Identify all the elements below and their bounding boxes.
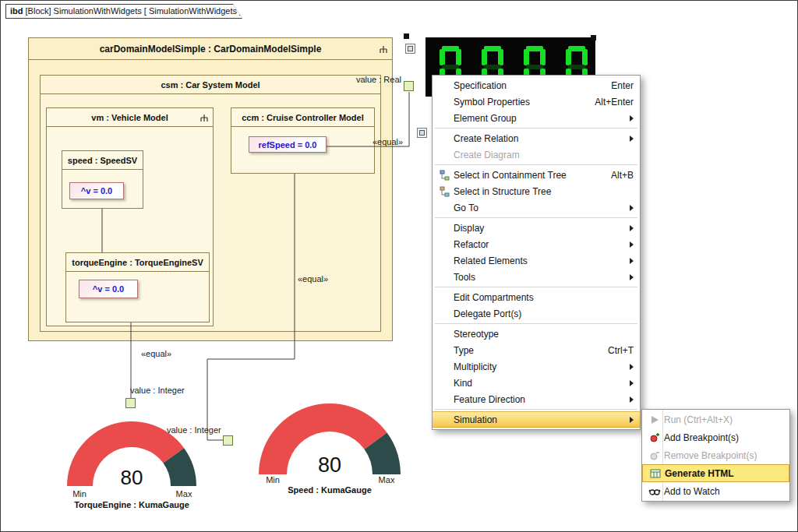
port-value-integer-1[interactable]: [125, 398, 136, 408]
menu-item-related-elements[interactable]: Related Elements: [433, 252, 640, 269]
block-vehicle-model-title: vm : Vehicle Model: [91, 113, 168, 122]
speed-gauge[interactable]: 80 Min Max: [257, 400, 402, 488]
add-to-watch-icon: [645, 486, 664, 497]
port-label-value-integer-1[interactable]: value : Integer: [130, 386, 185, 395]
rake-icon: [200, 113, 209, 122]
diagram-tab-kind: ibd: [10, 6, 23, 16]
gauge-value: 80: [318, 453, 341, 477]
containment-tree-icon: [436, 170, 454, 181]
menu-item-specification[interactable]: Specification Enter: [433, 77, 640, 93]
ref-speed-value-box[interactable]: refSpeed = 0.0: [249, 136, 327, 153]
equal-stereotype-label[interactable]: «equal»: [373, 137, 403, 146]
submenu-item-add-to-watch[interactable]: Add to Watch: [642, 482, 789, 500]
menu-item-create-relation[interactable]: Create Relation: [433, 130, 640, 146]
menu-separator: [435, 164, 637, 165]
torque-value-box[interactable]: ^v = 0.0: [79, 280, 138, 298]
block-speed-sv-title: speed : SpeedSV: [68, 156, 137, 165]
selection-handle[interactable]: [404, 33, 409, 39]
rake-icon: [379, 44, 388, 54]
diagram-tab[interactable]: ibd [Block] SimulationWithWidgets [ Simu…: [5, 4, 242, 19]
submenu-arrow-icon: [630, 417, 634, 423]
menu-item-edit-compartments[interactable]: Edit Compartments: [433, 289, 640, 305]
submenu-item-remove-breakpoints[interactable]: Remove Breakpoint(s): [642, 446, 789, 464]
submenu-arrow-icon: [630, 274, 634, 280]
speed-value: ^v = 0.0: [81, 186, 112, 196]
menu-item-tools[interactable]: Tools: [433, 269, 640, 285]
menu-item-simulation[interactable]: Simulation: [433, 411, 640, 428]
speed-gauge-title: Speed : KumaGauge: [257, 485, 402, 495]
remove-breakpoint-icon: [645, 450, 664, 461]
submenu-arrow-icon: [630, 225, 634, 231]
menu-item-select-in-structure-tree[interactable]: Select in Structure Tree: [433, 183, 640, 199]
block-car-system-model-title: csm : Car System Model: [161, 80, 260, 90]
menu-separator: [435, 287, 637, 287]
port-value-integer-2[interactable]: [223, 435, 233, 446]
run-icon: [645, 415, 664, 425]
structure-tree-icon: [436, 186, 454, 197]
port-label-value-integer-2[interactable]: value : Integer: [167, 425, 221, 435]
context-menu: Specification Enter Symbol Properties Al…: [432, 75, 641, 430]
port-value-real[interactable]: [404, 81, 414, 91]
submenu-item-add-breakpoints[interactable]: Add Breakpoint(s): [642, 428, 789, 446]
submenu-arrow-icon: [630, 115, 634, 122]
gauge-value: 80: [121, 466, 143, 489]
menu-item-stereotype[interactable]: Stereotype: [433, 326, 640, 342]
menu-item-delegate-ports[interactable]: Delegate Port(s): [433, 305, 640, 322]
menu-item-kind[interactable]: Kind: [433, 375, 640, 391]
smart-manipulator-icon[interactable]: [405, 44, 415, 54]
menu-separator: [435, 323, 637, 324]
gauge-max-label: Max: [379, 475, 395, 484]
submenu-arrow-icon: [630, 380, 634, 386]
submenu-arrow-icon: [630, 136, 634, 142]
block-torque-engine-sv-title: torqueEngine : TorqueEngineSV: [72, 258, 203, 267]
gauge-max-label: Max: [176, 489, 192, 499]
menu-item-select-in-containment-tree[interactable]: Select in Containment Tree Alt+B: [433, 167, 640, 183]
menu-separator: [435, 217, 637, 218]
smart-manipulator-icon[interactable]: [417, 128, 427, 138]
menu-item-create-diagram[interactable]: Create Diagram: [433, 146, 640, 163]
menu-separator: [435, 128, 637, 129]
submenu-arrow-icon: [630, 241, 634, 248]
menu-item-type[interactable]: Type Ctrl+T: [433, 342, 640, 358]
gauge-min-label: Min: [266, 475, 280, 484]
speed-value-box[interactable]: ^v = 0.0: [69, 182, 124, 199]
simulation-submenu: Run (Ctrl+Alt+X) Add Breakpoint(s) Remov…: [641, 409, 790, 502]
menu-separator: [435, 409, 637, 410]
generate-html-icon: [646, 468, 665, 479]
submenu-arrow-icon: [630, 396, 634, 403]
torque-gauge-title: TorqueEngine : KumaGauge: [65, 500, 198, 509]
submenu-arrow-icon: [630, 205, 634, 211]
add-breakpoint-icon: [645, 432, 664, 443]
submenu-item-run[interactable]: Run (Ctrl+Alt+X): [642, 410, 789, 428]
menu-item-display[interactable]: Display: [433, 220, 640, 236]
diagram-tab-label: [Block] SimulationWithWidgets [ Simulati…: [23, 6, 242, 16]
menu-item-element-group[interactable]: Element Group: [433, 110, 640, 126]
submenu-arrow-icon: [630, 364, 634, 370]
gauge-min-label: Min: [72, 489, 87, 499]
block-speed-sv[interactable]: speed : SpeedSV: [62, 150, 143, 209]
ref-speed-value: refSpeed = 0.0: [259, 140, 317, 150]
torque-value: ^v = 0.0: [93, 284, 124, 294]
menu-item-symbol-properties[interactable]: Symbol Properties Alt+Enter: [433, 93, 640, 110]
menu-item-multiplicity[interactable]: Multiplicity: [433, 358, 640, 375]
submenu-item-generate-html[interactable]: Generate HTML: [642, 464, 789, 482]
menu-item-go-to[interactable]: Go To: [433, 199, 640, 216]
submenu-arrow-icon: [630, 258, 634, 264]
equal-stereotype-label[interactable]: «equal»: [141, 349, 171, 358]
block-car-domain-model-title: carDomainModelSimple : CarDomainModelSim…: [100, 44, 322, 55]
block-cruise-controller-model-title: ccm : Cruise Controller Model: [242, 113, 363, 122]
selection-handle[interactable]: [591, 35, 596, 41]
diagram-canvas: ibd [Block] SimulationWithWidgets [ Simu…: [0, 0, 798, 532]
menu-item-feature-direction[interactable]: Feature Direction: [433, 391, 640, 407]
port-label-value-real[interactable]: value : Real: [348, 75, 401, 84]
menu-item-refactor[interactable]: Refactor: [433, 236, 640, 252]
equal-stereotype-label[interactable]: «equal»: [298, 274, 328, 284]
